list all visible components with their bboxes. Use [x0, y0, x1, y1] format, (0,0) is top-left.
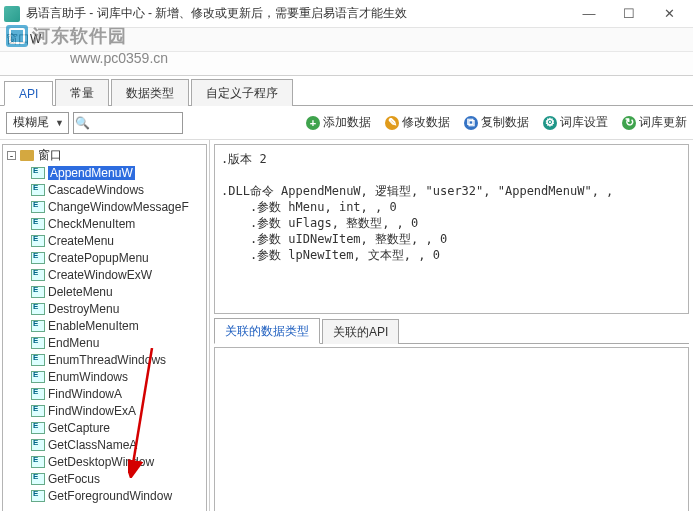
copy-icon: ⧉	[464, 116, 478, 130]
maximize-button[interactable]: ☐	[609, 1, 649, 27]
right-panel: .版本 2 .DLL命令 AppendMenuW, 逻辑型, "user32",…	[210, 140, 693, 511]
tree-item[interactable]: EnableMenuItem	[5, 317, 204, 334]
file-icon	[31, 320, 45, 332]
tree-item-label: GetClassNameA	[48, 438, 137, 452]
close-button[interactable]: ✕	[649, 1, 689, 27]
tree-item[interactable]: CreateWindowExW	[5, 266, 204, 283]
file-icon	[31, 269, 45, 281]
file-icon	[31, 303, 45, 315]
file-icon	[31, 354, 45, 366]
tree-item[interactable]: EnumWindows	[5, 368, 204, 385]
edit-icon: ✎	[385, 116, 399, 130]
tree-item-label: CheckMenuItem	[48, 217, 135, 231]
related-content[interactable]	[214, 347, 689, 511]
tree-item[interactable]: AppendMenuW	[5, 164, 204, 181]
file-icon	[31, 405, 45, 417]
minimize-button[interactable]: —	[569, 1, 609, 27]
tree-item-label: GetDesktopWindow	[48, 455, 154, 469]
tree-item-label: CreatePopupMenu	[48, 251, 149, 265]
tree-item[interactable]: FindWindowA	[5, 385, 204, 402]
tree-item-label: ChangeWindowMessageF	[48, 200, 189, 214]
copy-data-button[interactable]: ⧉复制数据	[464, 114, 529, 131]
collapse-icon[interactable]: -	[7, 151, 16, 160]
tree-view[interactable]: - 窗口 AppendMenuWCascadeWindowsChangeWind…	[2, 144, 207, 511]
watermark: 河东软件园	[6, 24, 127, 48]
search-field[interactable]: 🔍	[73, 112, 183, 134]
related-tab-api[interactable]: 关联的API	[322, 319, 399, 344]
tree-item-label: AppendMenuW	[48, 166, 135, 180]
file-icon	[31, 167, 45, 179]
gear-icon: ⚙	[543, 116, 557, 130]
tree-item[interactable]: GetFocus	[5, 470, 204, 487]
tree-item[interactable]: GetCapture	[5, 419, 204, 436]
tree-root[interactable]: - 窗口	[5, 147, 204, 164]
file-icon	[31, 184, 45, 196]
related-tabs: 关联的数据类型 关联的API	[214, 318, 689, 344]
tree-item-label: EnumWindows	[48, 370, 128, 384]
chevron-down-icon: ▼	[55, 118, 64, 128]
tree-item[interactable]: DestroyMenu	[5, 300, 204, 317]
search-input[interactable]	[92, 114, 182, 132]
tree-panel: - 窗口 AppendMenuWCascadeWindowsChangeWind…	[0, 140, 210, 511]
tree-item[interactable]: EnumThreadWindows	[5, 351, 204, 368]
watermark-icon	[6, 25, 28, 47]
file-icon	[31, 235, 45, 247]
file-icon	[31, 252, 45, 264]
search-mode-value: 模糊尾	[13, 114, 49, 131]
file-icon	[31, 473, 45, 485]
tree-item[interactable]: DeleteMenu	[5, 283, 204, 300]
code-view[interactable]: .版本 2 .DLL命令 AppendMenuW, 逻辑型, "user32",…	[214, 144, 689, 314]
tree-root-label: 窗口	[38, 147, 62, 164]
file-icon	[31, 337, 45, 349]
add-data-button[interactable]: +添加数据	[306, 114, 371, 131]
action-row: 模糊尾 ▼ 🔍 +添加数据 ✎修改数据 ⧉复制数据 ⚙词库设置 ↻词库更新	[0, 106, 693, 140]
file-icon	[31, 422, 45, 434]
file-icon	[31, 371, 45, 383]
tree-item-label: FindWindowExA	[48, 404, 136, 418]
settings-button[interactable]: ⚙词库设置	[543, 114, 608, 131]
refresh-icon: ↻	[622, 116, 636, 130]
tab-api[interactable]: API	[4, 81, 53, 106]
file-icon	[31, 218, 45, 230]
search-icon: 🔍	[74, 116, 92, 130]
app-icon	[4, 6, 20, 22]
tab-datatype[interactable]: 数据类型	[111, 79, 189, 106]
window-title: 易语言助手 - 词库中心 - 新增、修改或更新后，需要重启易语言才能生效	[26, 5, 569, 22]
file-icon	[31, 286, 45, 298]
tree-item-label: CreateMenu	[48, 234, 114, 248]
tree-item-label: GetCapture	[48, 421, 110, 435]
tree-item[interactable]: CreateMenu	[5, 232, 204, 249]
tree-item-label: CascadeWindows	[48, 183, 144, 197]
tree-item-label: GetForegroundWindow	[48, 489, 172, 503]
tree-item-label: FindWindowA	[48, 387, 122, 401]
tab-custom[interactable]: 自定义子程序	[191, 79, 293, 106]
search-mode-combo[interactable]: 模糊尾 ▼	[6, 112, 69, 134]
tree-item[interactable]: CreatePopupMenu	[5, 249, 204, 266]
watermark-text: 河东软件园	[32, 24, 127, 48]
tree-item-label: EndMenu	[48, 336, 99, 350]
tree-item[interactable]: ChangeWindowMessageF	[5, 198, 204, 215]
edit-data-button[interactable]: ✎修改数据	[385, 114, 450, 131]
file-icon	[31, 388, 45, 400]
tree-item[interactable]: FindWindowExA	[5, 402, 204, 419]
folder-icon	[20, 150, 34, 161]
tree-item[interactable]: GetForegroundWindow	[5, 487, 204, 504]
tree-item[interactable]: CascadeWindows	[5, 181, 204, 198]
watermark-url: www.pc0359.cn	[70, 50, 168, 66]
tree-item-label: DestroyMenu	[48, 302, 119, 316]
file-icon	[31, 439, 45, 451]
tree-item-label: EnumThreadWindows	[48, 353, 166, 367]
tree-item[interactable]: GetClassNameA	[5, 436, 204, 453]
tree-item-label: CreateWindowExW	[48, 268, 152, 282]
tree-item[interactable]: GetDesktopWindow	[5, 453, 204, 470]
tab-const[interactable]: 常量	[55, 79, 109, 106]
plus-icon: +	[306, 116, 320, 130]
tree-item-label: DeleteMenu	[48, 285, 113, 299]
tree-item[interactable]: EndMenu	[5, 334, 204, 351]
file-icon	[31, 490, 45, 502]
file-icon	[31, 201, 45, 213]
file-icon	[31, 456, 45, 468]
related-tab-datatype[interactable]: 关联的数据类型	[214, 318, 320, 344]
update-button[interactable]: ↻词库更新	[622, 114, 687, 131]
tree-item[interactable]: CheckMenuItem	[5, 215, 204, 232]
